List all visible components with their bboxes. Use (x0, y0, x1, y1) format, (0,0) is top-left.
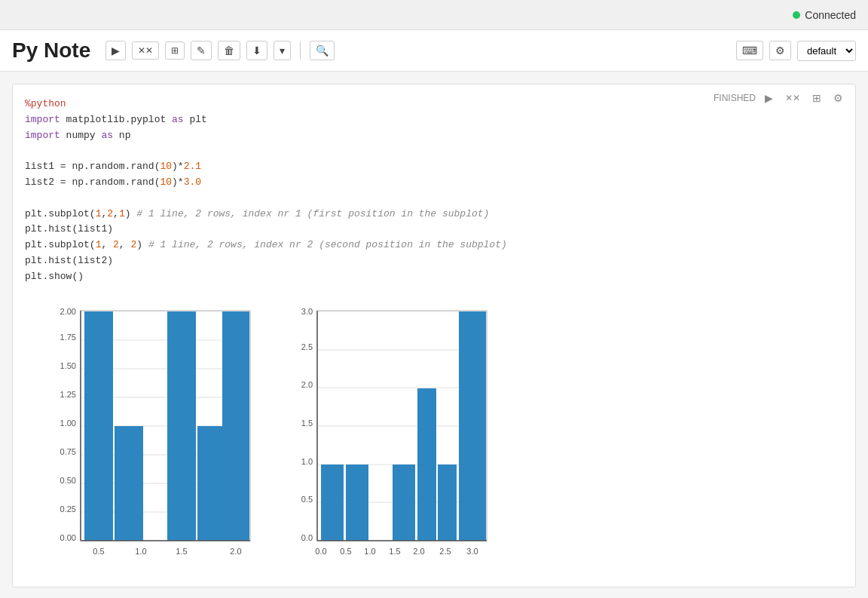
svg-rect-20 (115, 426, 143, 541)
toolbar-separator (300, 41, 301, 60)
svg-text:1.00: 1.00 (60, 419, 76, 428)
run-button[interactable]: ▶ (105, 41, 126, 60)
app-title: Py Note (12, 38, 90, 63)
svg-text:2.5: 2.5 (301, 342, 313, 351)
svg-text:1.5: 1.5 (301, 419, 313, 428)
cell-settings-button[interactable]: ⚙ (830, 90, 846, 106)
kernel-select[interactable]: default (797, 41, 856, 61)
svg-text:2.0: 2.0 (301, 380, 313, 389)
svg-text:3.0: 3.0 (466, 547, 478, 556)
charts-container: 0.00 0.25 0.50 0.75 1.00 1.25 1.50 1.75 … (43, 303, 843, 575)
cell-interrupt-button[interactable]: ✕✕ (782, 91, 803, 105)
keyboard-button[interactable]: ⌨ (736, 41, 763, 60)
main-content: FINISHED ▶ ✕✕ ⊞ ⚙ %python import matplot… (0, 72, 868, 598)
chart1: 0.00 0.25 0.50 0.75 1.00 1.25 1.50 1.75 … (43, 303, 261, 575)
svg-text:0.25: 0.25 (60, 504, 76, 514)
svg-text:1.5: 1.5 (176, 547, 187, 556)
svg-text:2.0: 2.0 (413, 547, 424, 556)
svg-text:0.50: 0.50 (60, 476, 76, 485)
svg-rect-48 (417, 388, 436, 541)
svg-rect-47 (393, 465, 415, 541)
chart2-svg: 0.0 0.5 1.0 1.5 2.0 2.5 3.0 (280, 303, 498, 575)
svg-rect-45 (321, 465, 344, 541)
output-section: 0.00 0.25 0.50 0.75 1.00 1.25 1.50 1.75 … (13, 291, 855, 587)
connected-indicator: Connected (793, 9, 856, 21)
svg-rect-22 (197, 426, 226, 541)
download-button[interactable]: ⬇ (246, 41, 267, 60)
svg-text:0.75: 0.75 (60, 447, 76, 456)
svg-rect-50 (459, 311, 486, 541)
svg-text:2.0: 2.0 (230, 547, 241, 556)
code-section[interactable]: %python import matplotlib.pyplot as plt … (13, 84, 855, 291)
svg-text:3.0: 3.0 (301, 307, 313, 316)
cell-toolbar: FINISHED ▶ ✕✕ ⊞ ⚙ (714, 90, 846, 106)
settings-button[interactable]: ⚙ (769, 41, 791, 60)
delete-button[interactable]: 🗑 (218, 41, 240, 60)
code-cell: FINISHED ▶ ✕✕ ⊞ ⚙ %python import matplot… (12, 84, 856, 587)
restart-button[interactable]: ⊞ (165, 41, 185, 60)
svg-text:0.5: 0.5 (301, 495, 313, 504)
svg-text:1.0: 1.0 (364, 547, 375, 556)
svg-rect-49 (438, 465, 457, 541)
svg-text:2.00: 2.00 (60, 307, 76, 316)
svg-text:1.0: 1.0 (135, 547, 146, 556)
connected-text: Connected (805, 9, 856, 21)
main-toolbar: Py Note ▶ ✕✕ ⊞ ✎ 🗑 ⬇ ▾ 🔍 ⌨ ⚙ default (0, 30, 868, 72)
svg-rect-46 (346, 465, 368, 541)
svg-text:0.0: 0.0 (315, 547, 326, 556)
interrupt-button[interactable]: ✕✕ (132, 41, 159, 60)
svg-rect-21 (167, 311, 196, 541)
cell-run-button[interactable]: ▶ (762, 90, 776, 106)
cell-grid-button[interactable]: ⊞ (809, 90, 824, 106)
svg-text:1.25: 1.25 (60, 390, 76, 399)
toolbar-right: ⌨ ⚙ default (736, 41, 856, 61)
download-dropdown[interactable]: ▾ (274, 41, 291, 60)
svg-text:1.5: 1.5 (389, 547, 400, 556)
chart1-svg: 0.00 0.25 0.50 0.75 1.00 1.25 1.50 1.75 … (43, 303, 261, 575)
top-bar: Connected (0, 0, 868, 30)
svg-rect-23 (222, 311, 249, 541)
svg-rect-19 (84, 311, 113, 541)
svg-text:0.00: 0.00 (60, 533, 76, 542)
svg-text:0.0: 0.0 (301, 533, 313, 542)
svg-text:2.5: 2.5 (439, 547, 451, 556)
chart2: 0.0 0.5 1.0 1.5 2.0 2.5 3.0 (280, 303, 498, 575)
svg-text:1.0: 1.0 (301, 457, 313, 466)
edit-button[interactable]: ✎ (191, 41, 212, 60)
connected-dot (793, 11, 800, 19)
svg-text:0.5: 0.5 (340, 547, 351, 556)
cell-status: FINISHED (714, 93, 756, 103)
svg-text:1.50: 1.50 (60, 361, 76, 370)
svg-text:0.5: 0.5 (93, 547, 104, 556)
svg-text:1.75: 1.75 (60, 333, 76, 342)
search-button[interactable]: 🔍 (310, 41, 335, 60)
